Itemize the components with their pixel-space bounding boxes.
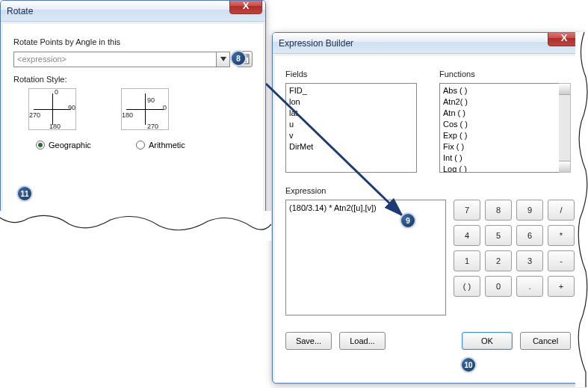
torn-edge-decor [575, 32, 588, 387]
list-item[interactable]: Atn ( ) [443, 108, 557, 119]
keypad: 789/456*123-( )0.+ [454, 200, 575, 315]
expression-textarea[interactable]: (180/3.14) * Atn2([u],[v]) [285, 200, 446, 315]
radio-label: Arithmetic [149, 141, 185, 150]
arithmetic-radio[interactable]: Arithmetic [136, 141, 185, 150]
scrollbar[interactable] [559, 83, 571, 173]
keypad-key[interactable]: * [548, 225, 575, 246]
keypad-key[interactable]: - [548, 250, 575, 271]
list-item[interactable]: v [289, 130, 413, 141]
geographic-radio[interactable]: Geographic [36, 141, 91, 150]
expression-combo[interactable] [13, 52, 217, 67]
list-item[interactable]: Int ( ) [443, 153, 557, 164]
keypad-key[interactable]: . [516, 276, 543, 297]
callout-badge-10: 10 [460, 357, 477, 373]
cancel-button[interactable]: Cancel [520, 332, 571, 350]
ok-button[interactable]: OK [462, 332, 513, 350]
expression-label: Expression [285, 186, 446, 195]
radio-label: Geographic [49, 141, 91, 150]
save-button[interactable]: Save... [285, 332, 332, 350]
close-icon: X [243, 0, 250, 11]
chevron-down-icon [220, 57, 226, 61]
close-icon: X [561, 32, 568, 43]
keypad-key[interactable]: 4 [454, 225, 480, 246]
rotate-dialog: Rotate X Rotate Points by Angle in this … [0, 0, 266, 224]
list-item[interactable]: Cos ( ) [443, 119, 557, 130]
arithmetic-style-graphic: 90 0 270 180 [121, 88, 169, 130]
list-item[interactable]: DirMet [289, 141, 413, 153]
dialog-title: Expression Builder [279, 38, 353, 49]
angle-label: Rotate Points by Angle in this [13, 37, 253, 46]
callout-badge-11: 11 [16, 185, 33, 202]
keypad-key[interactable]: ( ) [454, 276, 480, 297]
dialog-title: Rotate [7, 6, 33, 16]
style-label: Rotation Style: [13, 75, 253, 84]
titlebar[interactable]: Rotate X [1, 1, 265, 22]
geographic-style-graphic: 0 90 180 270 [28, 88, 76, 130]
radio-icon [36, 141, 45, 150]
list-item[interactable]: FID_ [289, 85, 413, 96]
keypad-key[interactable]: 1 [454, 250, 480, 271]
keypad-key[interactable]: 8 [485, 200, 512, 221]
keypad-key[interactable]: 0 [485, 276, 512, 297]
keypad-key[interactable]: + [548, 276, 575, 297]
keypad-key[interactable]: 3 [516, 250, 543, 271]
load-button[interactable]: Load... [339, 332, 386, 350]
functions-listbox[interactable]: Abs ( )Atn2( )Atn ( )Cos ( )Exp ( )Fix (… [439, 83, 571, 173]
list-item[interactable]: u [289, 119, 413, 130]
list-item[interactable]: Exp ( ) [443, 130, 557, 141]
expression-builder-dialog: Expression Builder X Fields FID_lonlatuv… [272, 32, 584, 384]
keypad-key[interactable]: 5 [485, 225, 512, 246]
keypad-key[interactable]: 6 [516, 225, 543, 246]
titlebar[interactable]: Expression Builder X [273, 33, 584, 54]
close-button[interactable]: X [229, 0, 262, 14]
fields-listbox[interactable]: FID_lonlatuvDirMet [285, 83, 417, 173]
callout-badge-8: 8 [230, 50, 247, 67]
keypad-key[interactable]: 7 [454, 200, 480, 221]
list-item[interactable]: Abs ( ) [443, 85, 557, 96]
torn-edge-decor [0, 211, 271, 241]
keypad-key[interactable]: 2 [485, 250, 512, 271]
combo-dropdown-button[interactable] [217, 52, 230, 67]
fields-label: Fields [285, 70, 417, 78]
list-item[interactable]: Log ( ) [443, 164, 557, 173]
functions-label: Functions [439, 70, 571, 78]
list-item[interactable]: Fix ( ) [443, 141, 557, 153]
keypad-key[interactable]: / [548, 200, 575, 221]
list-item[interactable]: lon [289, 96, 413, 108]
callout-badge-9: 9 [400, 212, 416, 229]
list-item[interactable]: Atn2( ) [443, 96, 557, 108]
radio-icon [136, 141, 145, 150]
keypad-key[interactable]: 9 [516, 200, 543, 221]
list-item[interactable]: lat [289, 108, 413, 119]
